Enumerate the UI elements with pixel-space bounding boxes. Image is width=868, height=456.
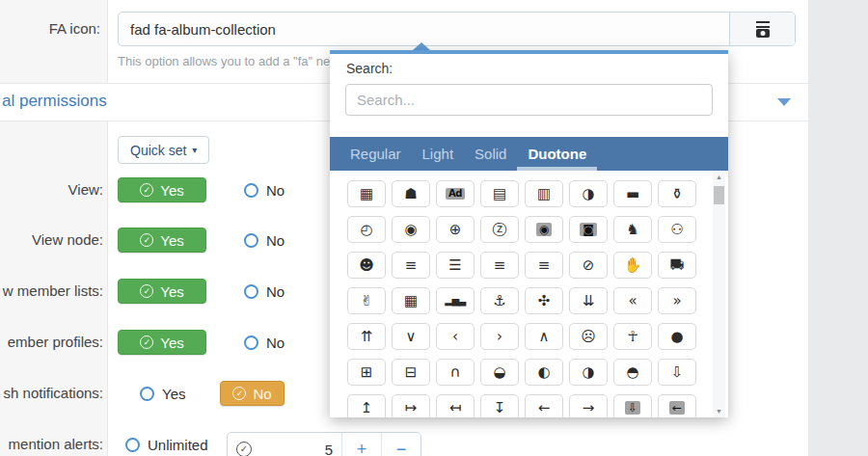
icon-cell-air-freshener[interactable]: ⚱	[658, 180, 696, 207]
icon-cell-alicorn[interactable]: ♞	[613, 216, 652, 243]
popup-caret-icon	[413, 42, 430, 50]
scroll-up-icon[interactable]: ▲	[713, 174, 725, 180]
icon-cell-angry[interactable]: ☹	[569, 323, 608, 350]
icon-cell-air-conditioner[interactable]: ▬	[613, 180, 652, 207]
icon-cell-allergies[interactable]: ✋	[613, 252, 652, 279]
icon-cell-address-card[interactable]: ▥	[525, 180, 563, 207]
icon-cell-arrow-alt-down[interactable]: ⇩	[658, 359, 696, 386]
fa-icon-input[interactable]	[119, 13, 729, 45]
icon-cell-address-book[interactable]: ▤	[480, 180, 519, 207]
scroll-down-icon[interactable]: ▼	[713, 408, 725, 415]
icon-cell-angle-double-up[interactable]: ⇈	[347, 323, 386, 350]
icon-cell-align-right[interactable]: ≡	[525, 252, 563, 279]
icon-cell-album-collection[interactable]: ◙	[569, 216, 608, 243]
icon-cell-acorn[interactable]: ☗	[392, 180, 430, 207]
icon-cell-alarm-snooze[interactable]: ⓩ	[480, 216, 519, 243]
icon-cell-angle-double-down[interactable]: ⇊	[569, 287, 608, 314]
icon-cell-ankh[interactable]: ☥	[613, 323, 652, 350]
icon-cell-angel[interactable]: ✣	[525, 287, 563, 314]
icon-cell-archway[interactable]: ∩	[436, 359, 475, 386]
analytics-icon: ▂▅▃	[445, 296, 466, 306]
icon-cell-alarm-exclamation[interactable]: ◉	[392, 216, 430, 243]
no-button[interactable]: ✓ No	[220, 381, 285, 406]
icon-cell-angle-up[interactable]: ∧	[525, 323, 563, 350]
icon-cell-alarm-clock[interactable]: ◴	[347, 216, 386, 243]
icon-cell-arrow-alt-circle-down[interactable]: ◒	[480, 359, 519, 386]
icon-cell-angle-right[interactable]: ›	[480, 323, 519, 350]
icon-cell-album[interactable]: ◉	[525, 216, 563, 243]
icon-cell-align-center[interactable]: ≡	[392, 252, 430, 279]
fa-icon-preview-button[interactable]	[729, 13, 795, 45]
scrollbar-thumb[interactable]	[714, 186, 724, 204]
icon-cell-arrow-alt-square-down[interactable]: ⇩	[613, 394, 652, 417]
alarm-clock-icon: ◴	[360, 223, 372, 237]
icon-cell-analytics[interactable]: ▂▅▃	[436, 287, 475, 314]
yes-button[interactable]: ✓ Yes	[118, 330, 206, 355]
apple-crate-icon: ⊞	[361, 365, 373, 380]
icon-cell-angle-left[interactable]: ‹	[436, 323, 475, 350]
icon-cell-align-slash[interactable]: ⊘	[569, 252, 608, 279]
icon-cell-apple-crate[interactable]: ⊞	[347, 359, 386, 386]
increment-button[interactable]: +	[341, 433, 381, 456]
icon-cell-archive[interactable]: ⊟	[392, 359, 430, 386]
tab-duotone[interactable]: Duotone	[517, 137, 597, 171]
icon-cell-ad[interactable]: Ad	[436, 180, 475, 207]
angle-double-up-icon: ⇈	[361, 330, 373, 344]
icon-cell-arrow-alt-from-left[interactable]: ↦	[392, 394, 430, 417]
icon-cell-anchor[interactable]: ⚓	[480, 287, 519, 314]
icon-cell-align-justify[interactable]: ☰	[436, 252, 475, 279]
yes-button[interactable]: ✓ Yes	[118, 177, 206, 202]
yes-label: Yes	[160, 182, 183, 199]
icon-cell-ambulance[interactable]: ⛟	[658, 252, 696, 279]
icon-cell-align-left[interactable]: ≡	[480, 252, 519, 279]
icon-cell-arrow-alt-from-bottom[interactable]: ↥	[347, 394, 386, 417]
no-radio-option[interactable]: No	[244, 334, 285, 351]
scrollbar[interactable]: ▲ ▼	[713, 171, 725, 417]
icon-cell-arrow-alt-left[interactable]: ←	[525, 394, 563, 417]
stepper-check-option[interactable]: ✓	[228, 433, 260, 456]
decrement-button[interactable]: −	[381, 433, 420, 456]
icon-cell-amp[interactable]: ▦	[392, 287, 430, 314]
tab-light[interactable]: Light	[412, 137, 465, 171]
icon-cell-arrow-alt-circle-left[interactable]: ◐	[525, 359, 563, 386]
icon-cell-arrow-alt-circle-up[interactable]: ◓	[613, 359, 652, 386]
icon-cell-arrow-alt-from-right[interactable]: ↤	[436, 394, 475, 417]
ambulance-icon: ⛟	[670, 258, 685, 273]
stepper-value[interactable]: 5	[260, 433, 341, 456]
icon-cell-arrow-alt-circle-right[interactable]: ◑	[569, 359, 608, 386]
icon-cell-angle-double-right[interactable]: »	[658, 287, 696, 314]
arrow-alt-from-top-icon: ↧	[494, 401, 506, 416]
yes-radio-option[interactable]: Yes	[140, 385, 185, 402]
icon-cell-alien-monster[interactable]: ☻	[347, 252, 386, 279]
alarm-exclamation-icon: ◉	[404, 223, 417, 237]
icon-cell-american-sign-language-interpreting[interactable]: ✌	[347, 287, 386, 314]
no-radio-option[interactable]: No	[244, 181, 285, 199]
page-right-margin	[808, 0, 868, 456]
unlimited-radio-option[interactable]: Unlimited	[125, 436, 208, 453]
arrow-alt-circle-up-icon: ◓	[626, 365, 638, 380]
icon-cell-alien[interactable]: ⚇	[658, 216, 696, 243]
yes-button[interactable]: ✓ Yes	[118, 228, 206, 253]
search-input[interactable]	[345, 84, 713, 116]
angle-down-icon: ∨	[406, 330, 417, 344]
section-title: al permissions	[2, 92, 107, 111]
radio-circle-icon	[244, 233, 258, 248]
icon-cell-arrow-alt-square-left[interactable]: ←	[658, 394, 696, 417]
quick-set-button[interactable]: Quick set ▾	[118, 136, 209, 164]
icon-cell-adjust[interactable]: ◑	[569, 180, 608, 207]
tab-regular[interactable]: Regular	[339, 137, 412, 171]
icon-cell-angle-double-left[interactable]: «	[613, 287, 652, 314]
no-radio-option[interactable]: No	[244, 231, 285, 249]
icon-cell-apple-alt[interactable]: ●	[658, 323, 696, 350]
arrow-alt-circle-down-icon: ◒	[493, 365, 505, 380]
icon-cell-abacus[interactable]: ▦	[347, 180, 386, 207]
yes-button[interactable]: ✓ Yes	[118, 279, 206, 304]
icon-cell-arrow-alt-from-top[interactable]: ↧	[480, 394, 519, 417]
no-radio-option[interactable]: No	[244, 282, 285, 300]
icon-cell-arrow-alt-right[interactable]: →	[569, 394, 608, 417]
section-collapse-caret-icon[interactable]	[777, 98, 791, 106]
icon-cell-alarm-plus[interactable]: ⊕	[436, 216, 475, 243]
tab-solid[interactable]: Solid	[464, 137, 517, 171]
yes-label: Yes	[162, 386, 185, 402]
icon-cell-angle-down[interactable]: ∨	[392, 323, 430, 350]
